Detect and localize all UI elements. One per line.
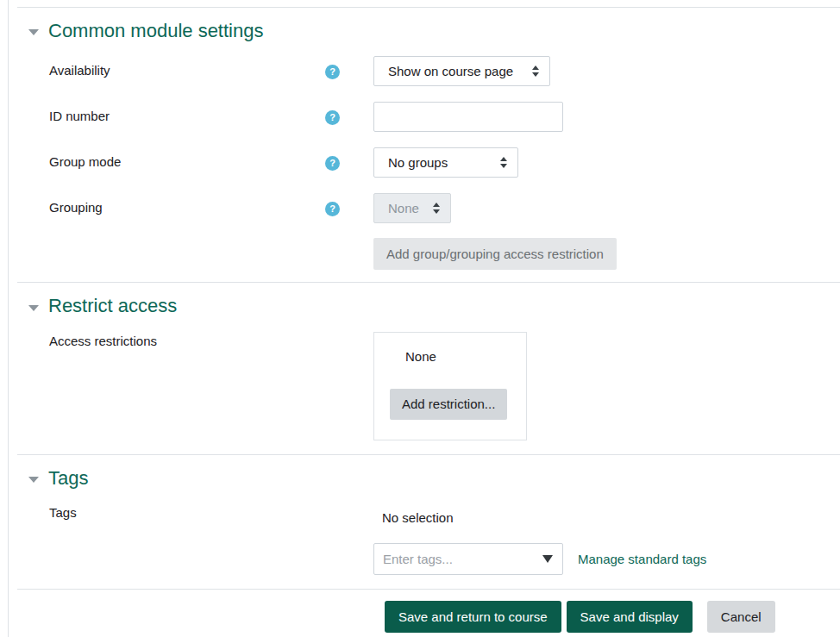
form-actions-footer: Save and return to course Save and displ… (17, 589, 840, 633)
grouping-select[interactable]: None (373, 193, 451, 223)
save-and-display-button[interactable]: Save and display (567, 601, 693, 633)
tags-label: Tags (49, 503, 325, 520)
chevron-down-icon (28, 29, 39, 35)
cancel-button[interactable]: Cancel (707, 601, 775, 633)
module-settings-form: Common module settings Availability Show… (17, 0, 840, 633)
section-title: Tags (48, 467, 88, 490)
availability-select[interactable]: Show on course page (373, 56, 550, 86)
section-toggle-restrict-access[interactable]: Restrict access (17, 283, 840, 331)
select-updown-arrow-icon (532, 66, 539, 77)
manage-standard-tags-link[interactable]: Manage standard tags (578, 552, 706, 566)
section-tags: Tags Tags No selection Manage standard t… (17, 454, 840, 575)
section-restrict-access: Restrict access Access restrictions None… (17, 282, 840, 440)
page-left-divider (8, 0, 9, 637)
grouping-label: Grouping (49, 193, 325, 215)
section-toggle-common-module-settings[interactable]: Common module settings (17, 8, 840, 56)
section-common-module-settings: Common module settings Availability Show… (17, 7, 840, 270)
select-updown-arrow-icon (500, 157, 507, 168)
help-icon[interactable] (325, 110, 340, 125)
tags-row: Tags No selection Manage standard tags (17, 503, 840, 575)
chevron-down-icon (28, 305, 39, 311)
id-number-label: ID number (49, 102, 325, 123)
grouping-select-value: None (388, 201, 419, 215)
access-restrictions-box: None Add restriction... (373, 332, 527, 440)
select-updown-arrow-icon (433, 203, 440, 214)
availability-row: Availability Show on course page (17, 56, 840, 86)
chevron-down-icon (28, 477, 39, 483)
section-toggle-tags[interactable]: Tags (17, 455, 840, 503)
section-title: Restrict access (48, 295, 177, 317)
id-number-row: ID number (17, 102, 840, 132)
tags-combobox (373, 543, 563, 575)
group-mode-select-value: No groups (388, 155, 448, 170)
access-restrictions-label: Access restrictions (49, 332, 325, 348)
help-icon[interactable] (325, 202, 340, 216)
availability-label: Availability (49, 56, 325, 78)
group-mode-row: Group mode No groups (17, 147, 840, 178)
tags-empty-text: No selection (382, 503, 706, 525)
add-group-grouping-restriction-button[interactable]: Add group/grouping access restriction (373, 238, 617, 270)
section-title: Common module settings (48, 20, 263, 42)
tags-input[interactable] (373, 543, 563, 575)
group-mode-label: Group mode (49, 147, 325, 169)
grouping-row: Grouping None (17, 193, 840, 223)
add-restriction-button[interactable]: Add restriction... (390, 389, 507, 420)
help-icon[interactable] (325, 65, 340, 79)
group-mode-select[interactable]: No groups (373, 147, 518, 178)
availability-select-value: Show on course page (388, 64, 513, 78)
restrictions-empty-text: None (405, 349, 526, 364)
save-and-return-button[interactable]: Save and return to course (385, 601, 561, 633)
id-number-input[interactable] (373, 102, 563, 132)
access-restrictions-row: Access restrictions None Add restriction… (17, 332, 840, 440)
help-icon[interactable] (325, 156, 340, 171)
